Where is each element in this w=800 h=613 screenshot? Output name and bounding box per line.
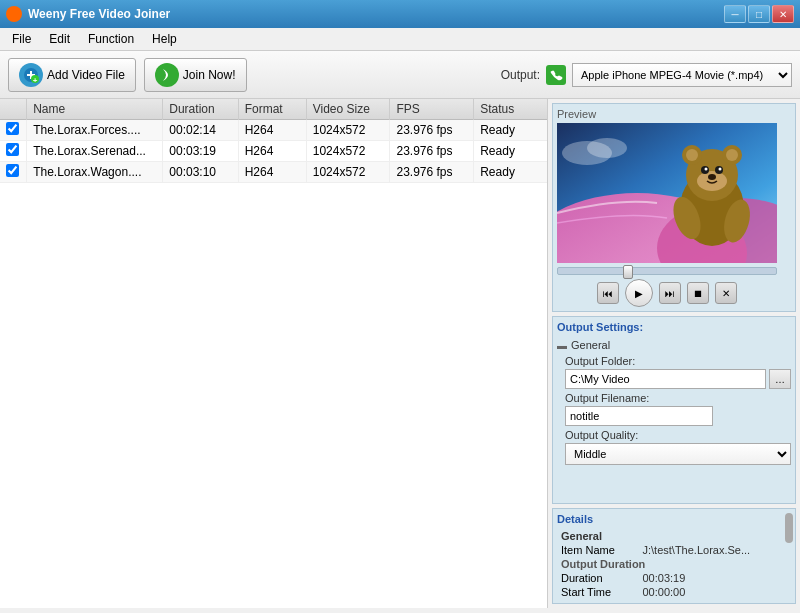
output-quality-label: Output Quality:	[565, 429, 791, 441]
svg-point-17	[726, 149, 738, 161]
progress-thumb[interactable]	[623, 265, 633, 279]
output-folder-input[interactable]	[565, 369, 766, 389]
output-quality-row: Output Quality: Middle Low High	[565, 429, 791, 465]
row-format-0: H264	[238, 120, 306, 141]
details-start-time-row: Start Time 00:00:00	[557, 585, 791, 599]
col-header-size: Video Size	[306, 99, 390, 120]
row-check-cell	[0, 162, 27, 183]
table-header-row: Name Duration Format Video Size FPS Stat…	[0, 99, 547, 120]
minimize-button[interactable]: ─	[724, 5, 746, 23]
row-duration-2: 00:03:10	[163, 162, 238, 183]
output-settings-header: Output Settings:	[557, 321, 791, 333]
output-folder-row: Output Folder: …	[565, 355, 791, 389]
col-header-name: Name	[27, 99, 163, 120]
col-header-check	[0, 99, 27, 120]
preview-progress	[557, 267, 777, 275]
close-preview-button[interactable]: ✕	[715, 282, 737, 304]
menu-help[interactable]: Help	[144, 30, 185, 48]
play-button[interactable]: ▶	[625, 279, 653, 307]
table-row: The.Lorax.Wagon.... 00:03:10 H264 1024x5…	[0, 162, 547, 183]
browse-folder-button[interactable]: …	[769, 369, 791, 389]
row-size-0: 1024x572	[306, 120, 390, 141]
skip-back-button[interactable]: ⏮	[597, 282, 619, 304]
row-fps-0: 23.976 fps	[390, 120, 474, 141]
row-status-1: Ready	[474, 141, 547, 162]
app-title: Weeny Free Video Joiner	[28, 7, 170, 21]
row-status-0: Ready	[474, 120, 547, 141]
file-table: Name Duration Format Video Size FPS Stat…	[0, 99, 547, 183]
stop-button[interactable]: ⏹	[687, 282, 709, 304]
output-filename-row: Output Filename:	[565, 392, 791, 426]
general-label: General	[571, 339, 610, 351]
svg-point-21	[705, 168, 708, 171]
main-content: Name Duration Format Video Size FPS Stat…	[0, 99, 800, 608]
skip-forward-button[interactable]: ⏭	[659, 282, 681, 304]
row-size-1: 1024x572	[306, 141, 390, 162]
row-checkbox-0[interactable]	[6, 122, 19, 135]
table-row: The.Lorax.Serenad... 00:03:19 H264 1024x…	[0, 141, 547, 162]
svg-point-15	[686, 149, 698, 161]
svg-text:+: +	[33, 75, 38, 83]
phone-icon	[546, 65, 566, 85]
row-format-1: H264	[238, 141, 306, 162]
col-header-duration: Duration	[163, 99, 238, 120]
output-format-select[interactable]: Apple iPhone MPEG-4 Movie (*.mp4)	[572, 63, 792, 87]
row-check-cell	[0, 141, 27, 162]
output-quality-select[interactable]: Middle Low High	[565, 443, 791, 465]
details-item-name-label: Item Name	[557, 543, 639, 557]
app-icon	[6, 6, 22, 22]
row-duration-1: 00:03:19	[163, 141, 238, 162]
menu-bar: File Edit Function Help	[0, 28, 800, 51]
output-settings-panel: Output Settings: ▬ General Output Folder…	[552, 316, 796, 504]
col-header-format: Format	[238, 99, 306, 120]
row-size-2: 1024x572	[306, 162, 390, 183]
menu-file[interactable]: File	[4, 30, 39, 48]
preview-controls: ⏮ ▶ ⏭ ⏹ ✕	[557, 279, 777, 307]
row-fps-1: 23.976 fps	[390, 141, 474, 162]
row-checkbox-2[interactable]	[6, 164, 19, 177]
join-icon	[155, 63, 179, 87]
output-label: Output:	[501, 68, 540, 82]
row-name-0: The.Lorax.Forces....	[27, 120, 163, 141]
general-settings-group: Output Folder: … Output Filename: Output…	[565, 355, 791, 465]
title-bar-left: Weeny Free Video Joiner	[6, 6, 170, 22]
scrollbar-thumb[interactable]	[785, 513, 793, 543]
svg-point-23	[708, 174, 716, 180]
add-video-button[interactable]: + Add Video File	[8, 58, 136, 92]
preview-video	[557, 123, 777, 263]
details-item-name-row: Item Name J:\test\The.Lorax.Se...	[557, 543, 791, 557]
preview-label: Preview	[557, 108, 791, 120]
col-header-status: Status	[474, 99, 547, 120]
details-duration-row: Duration 00:03:19	[557, 571, 791, 585]
right-panel: Preview	[548, 99, 800, 608]
title-bar-controls: ─ □ ✕	[724, 5, 794, 23]
add-icon: +	[19, 63, 43, 87]
output-section: Output: Apple iPhone MPEG-4 Movie (*.mp4…	[501, 63, 792, 87]
file-list-panel: Name Duration Format Video Size FPS Stat…	[0, 99, 548, 608]
row-checkbox-1[interactable]	[6, 143, 19, 156]
toolbar: + Add Video File Join Now! Output: Apple…	[0, 51, 800, 99]
details-duration-value: 00:03:19	[639, 571, 792, 585]
join-label: Join Now!	[183, 68, 236, 82]
details-start-time-label: Start Time	[557, 585, 639, 599]
progress-bar[interactable]	[557, 267, 777, 275]
details-output-duration-label: Output Duration	[557, 557, 791, 571]
close-button[interactable]: ✕	[772, 5, 794, 23]
row-name-2: The.Lorax.Wagon....	[27, 162, 163, 183]
details-section: Details General Item Name J:\test\The.Lo…	[552, 508, 796, 604]
row-format-2: H264	[238, 162, 306, 183]
col-header-fps: FPS	[390, 99, 474, 120]
join-now-button[interactable]: Join Now!	[144, 58, 247, 92]
details-general-row: General	[557, 529, 791, 543]
row-fps-2: 23.976 fps	[390, 162, 474, 183]
menu-edit[interactable]: Edit	[41, 30, 78, 48]
maximize-button[interactable]: □	[748, 5, 770, 23]
general-collapse-header[interactable]: ▬ General	[557, 339, 791, 351]
details-duration-label: Duration	[557, 571, 639, 585]
svg-point-22	[719, 168, 722, 171]
menu-function[interactable]: Function	[80, 30, 142, 48]
preview-section: Preview	[552, 103, 796, 312]
output-filename-input[interactable]	[565, 406, 713, 426]
details-item-name-value: J:\test\The.Lorax.Se...	[639, 543, 792, 557]
details-start-time-value: 00:00:00	[639, 585, 792, 599]
